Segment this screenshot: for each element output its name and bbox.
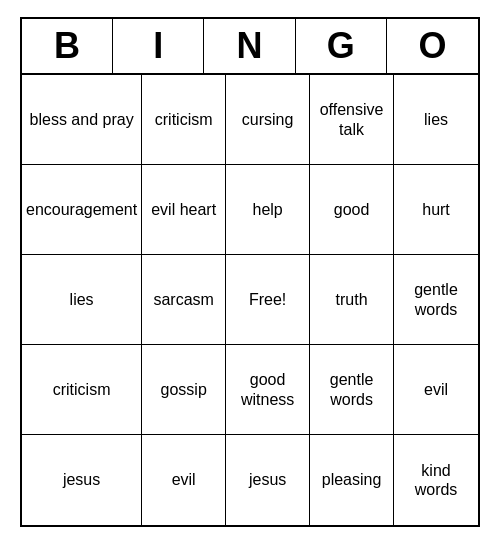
bingo-cell: good witness: [226, 345, 310, 435]
bingo-cell: truth: [310, 255, 394, 345]
bingo-cell: evil: [394, 345, 478, 435]
cell-text: jesus: [249, 470, 286, 489]
cell-text: criticism: [53, 380, 111, 399]
header-letter: B: [22, 19, 113, 73]
bingo-cell: bless and pray: [22, 75, 142, 165]
cell-text: gentle words: [398, 280, 474, 318]
cell-text: evil heart: [151, 200, 216, 219]
cell-text: kind words: [398, 461, 474, 499]
cell-text: sarcasm: [153, 290, 213, 309]
bingo-cell: hurt: [394, 165, 478, 255]
cell-text: encouragement: [26, 200, 137, 219]
bingo-grid: bless and praycriticismcursingoffensive …: [22, 75, 478, 525]
cell-text: evil: [172, 470, 196, 489]
bingo-cell: jesus: [22, 435, 142, 525]
bingo-cell: offensive talk: [310, 75, 394, 165]
bingo-cell: help: [226, 165, 310, 255]
header-letter: N: [204, 19, 295, 73]
bingo-cell: lies: [22, 255, 142, 345]
bingo-cell: sarcasm: [142, 255, 226, 345]
cell-text: gentle words: [314, 370, 389, 408]
cell-text: lies: [70, 290, 94, 309]
cell-text: hurt: [422, 200, 450, 219]
header-letter: O: [387, 19, 478, 73]
cell-text: evil: [424, 380, 448, 399]
bingo-cell: lies: [394, 75, 478, 165]
cell-text: good: [334, 200, 370, 219]
bingo-cell: criticism: [22, 345, 142, 435]
bingo-cell: kind words: [394, 435, 478, 525]
cell-text: pleasing: [322, 470, 382, 489]
cell-text: lies: [424, 110, 448, 129]
bingo-cell: jesus: [226, 435, 310, 525]
cell-text: criticism: [155, 110, 213, 129]
bingo-cell: good: [310, 165, 394, 255]
bingo-cell: gentle words: [394, 255, 478, 345]
cell-text: truth: [336, 290, 368, 309]
cell-text: offensive talk: [314, 100, 389, 138]
cell-text: gossip: [161, 380, 207, 399]
bingo-cell: Free!: [226, 255, 310, 345]
cell-text: Free!: [249, 290, 286, 309]
bingo-cell: evil: [142, 435, 226, 525]
bingo-cell: cursing: [226, 75, 310, 165]
header-letter: G: [296, 19, 387, 73]
cell-text: jesus: [63, 470, 100, 489]
bingo-cell: encouragement: [22, 165, 142, 255]
bingo-cell: criticism: [142, 75, 226, 165]
bingo-cell: gentle words: [310, 345, 394, 435]
bingo-card: BINGO bless and praycriticismcursingoffe…: [20, 17, 480, 527]
cell-text: bless and pray: [30, 110, 134, 129]
header-letter: I: [113, 19, 204, 73]
bingo-cell: evil heart: [142, 165, 226, 255]
cell-text: cursing: [242, 110, 294, 129]
bingo-cell: pleasing: [310, 435, 394, 525]
bingo-header: BINGO: [22, 19, 478, 75]
bingo-cell: gossip: [142, 345, 226, 435]
cell-text: help: [252, 200, 282, 219]
cell-text: good witness: [230, 370, 305, 408]
